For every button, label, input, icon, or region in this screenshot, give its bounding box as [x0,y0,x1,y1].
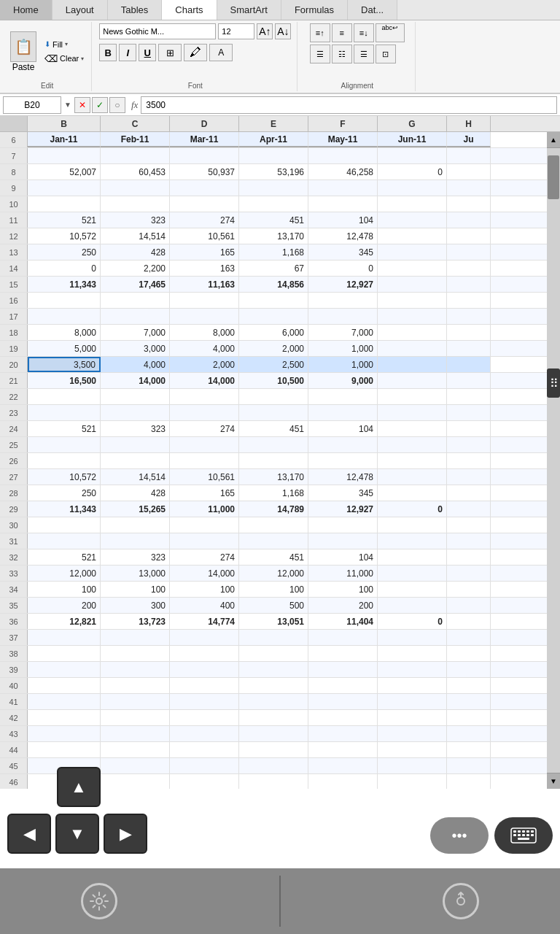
cell-e24[interactable]: 451 [239,421,308,436]
cell-d11[interactable]: 274 [170,212,239,228]
cell-d31[interactable] [170,533,239,549]
cell-b32[interactable]: 521 [28,549,101,565]
cell-c24[interactable]: 323 [101,421,170,436]
cell-f39[interactable] [308,662,378,677]
cell-c17[interactable] [101,309,170,324]
cell-b43[interactable] [28,726,101,741]
more-options-button[interactable]: ••• [430,817,489,854]
italic-button[interactable]: I [119,44,136,61]
cell-e7[interactable] [239,148,308,163]
col-header-b[interactable]: B [28,116,101,132]
cell-f17[interactable] [308,309,378,324]
cell-h22[interactable] [447,389,491,404]
cell-f12[interactable]: 12,478 [308,228,378,244]
cell-c35[interactable]: 300 [101,598,170,613]
cell-h16[interactable] [447,293,491,308]
cell-b26[interactable] [28,453,101,468]
cell-f6[interactable]: May-11 [308,132,378,147]
align-bottom-button[interactable]: ≡↓ [354,23,374,42]
cell-b14[interactable]: 0 [28,260,101,276]
formula-input[interactable] [141,96,557,114]
cell-d42[interactable] [170,710,239,725]
cell-h44[interactable] [447,742,491,757]
cell-f35[interactable]: 200 [308,598,378,613]
cell-d43[interactable] [170,726,239,741]
cell-f27[interactable]: 12,478 [308,469,378,485]
align-right-button[interactable]: ☰ [354,45,374,63]
cell-g28[interactable] [378,485,447,501]
cell-f38[interactable] [308,646,378,661]
cell-b9[interactable] [28,180,101,196]
cell-h37[interactable] [447,630,491,645]
cell-h41[interactable] [447,694,491,709]
cell-h11[interactable] [447,212,491,228]
cell-d26[interactable] [170,453,239,468]
cell-b41[interactable] [28,694,101,709]
cell-g32[interactable] [378,549,447,565]
tab-layout[interactable]: Layout [52,0,108,20]
cell-h38[interactable] [447,646,491,661]
cell-d20[interactable]: 2,000 [170,357,239,372]
cell-h10[interactable] [447,196,491,212]
cell-d13[interactable]: 165 [170,244,239,260]
cell-b21[interactable]: 16,500 [28,373,101,388]
cell-e10[interactable] [239,196,308,212]
cell-e23[interactable] [239,405,308,420]
cell-e43[interactable] [239,726,308,741]
cell-f22[interactable] [308,389,378,404]
scroll-thumb[interactable] [548,155,559,199]
cell-d44[interactable] [170,742,239,757]
cell-b13[interactable]: 250 [28,244,101,260]
cell-g29[interactable]: 0 [378,501,447,517]
cell-g36[interactable]: 0 [378,614,447,629]
col-header-d[interactable]: D [170,116,239,132]
cell-g7[interactable] [378,148,447,163]
cell-e38[interactable] [239,646,308,661]
cell-d23[interactable] [170,405,239,420]
cell-ref-dropdown-icon[interactable]: ▼ [64,101,71,109]
cell-b31[interactable] [28,533,101,549]
cell-f19[interactable]: 1,000 [308,341,378,356]
cell-c25[interactable] [101,437,170,452]
cell-g35[interactable] [378,598,447,613]
cell-g38[interactable] [378,646,447,661]
cell-g34[interactable] [378,582,447,597]
cell-e41[interactable] [239,694,308,709]
cell-g40[interactable] [378,678,447,693]
cell-g26[interactable] [378,453,447,468]
cell-b19[interactable]: 5,000 [28,341,101,356]
cell-e22[interactable] [239,389,308,404]
cell-b23[interactable] [28,405,101,420]
cell-f34[interactable]: 100 [308,582,378,597]
cell-h33[interactable] [447,566,491,581]
cell-c15[interactable]: 17,465 [101,277,170,292]
cell-d41[interactable] [170,694,239,709]
font-size-increase[interactable]: A↑ [257,23,273,39]
cell-f9[interactable] [308,180,378,196]
col-header-f[interactable]: F [308,116,378,132]
cell-b29[interactable]: 11,343 [28,501,101,517]
cell-c40[interactable] [101,678,170,693]
cell-c16[interactable] [101,293,170,308]
cell-c12[interactable]: 14,514 [101,228,170,244]
cell-g22[interactable] [378,389,447,404]
cell-h32[interactable] [447,549,491,565]
scroll-down-button[interactable]: ▼ [547,773,560,789]
cell-d33[interactable]: 14,000 [170,566,239,581]
cell-f28[interactable]: 345 [308,485,378,501]
cell-c21[interactable]: 14,000 [101,373,170,388]
cell-b8[interactable]: 52,007 [28,164,101,180]
cell-h12[interactable] [447,228,491,244]
cell-d19[interactable]: 4,000 [170,341,239,356]
cell-c32[interactable]: 323 [101,549,170,565]
cell-d30[interactable] [170,517,239,533]
cell-e28[interactable]: 1,168 [239,485,308,501]
cell-g20[interactable] [378,357,447,372]
cell-g13[interactable] [378,244,447,260]
cell-b30[interactable] [28,517,101,533]
cell-e8[interactable]: 53,196 [239,164,308,180]
cell-b33[interactable]: 12,000 [28,566,101,581]
tab-tables[interactable]: Tables [108,0,163,20]
cell-h21[interactable] [447,373,491,388]
cell-c27[interactable]: 14,514 [101,469,170,485]
